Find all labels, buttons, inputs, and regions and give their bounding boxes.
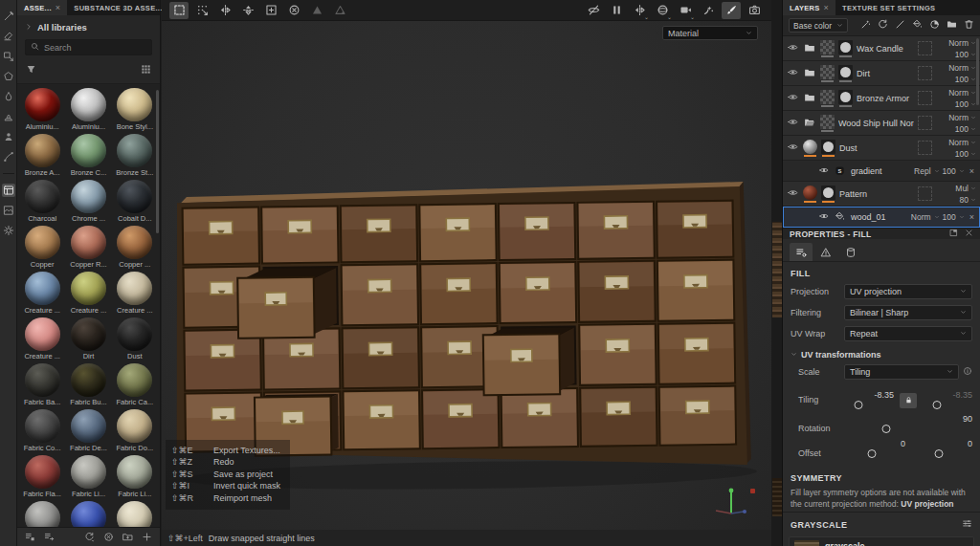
material-tile[interactable]: Fabric De... (65, 409, 111, 452)
refresh-assets-icon[interactable] (84, 532, 95, 542)
material-slot[interactable] (918, 141, 932, 155)
offset-v-value[interactable]: 0 (968, 439, 972, 448)
assets-scrollbar[interactable] (156, 90, 159, 233)
lazy-mouse-icon[interactable] (192, 2, 212, 19)
tiling-u-value[interactable]: -8.35 (874, 390, 894, 400)
material-tile[interactable]: Cobalt D... (112, 180, 158, 223)
opacity-value[interactable]: 80 (960, 195, 969, 205)
visibility-eye-icon[interactable] (819, 165, 829, 177)
material-tile[interactable]: Bronze St... (112, 134, 158, 177)
layer-row[interactable]: Bronze ArmorNorm100 (783, 86, 980, 111)
symmetry-mode-icon[interactable]: ⌄ (630, 2, 649, 19)
material-slot[interactable] (918, 66, 932, 80)
hide-ui-icon[interactable] (584, 2, 603, 19)
blend-mode-value[interactable]: Norm (948, 138, 969, 147)
material-tile[interactable]: Bronze C... (65, 134, 111, 177)
close-icon[interactable]: × (56, 3, 61, 12)
blend-mode-value[interactable]: Mul (955, 184, 969, 193)
blend-mode-value[interactable]: Norm (948, 113, 969, 122)
tab-assets[interactable]: ASSE... × (17, 0, 67, 15)
viewport-display-mode-icon[interactable]: ⌄ (653, 2, 672, 19)
close-icon[interactable]: × (824, 3, 830, 12)
material-tile[interactable]: Charcoal (19, 180, 65, 223)
opacity-value[interactable]: 100 (955, 50, 969, 59)
remove-effect-icon[interactable]: × (969, 212, 974, 222)
material-tile[interactable]: Creature ... (112, 272, 158, 315)
uv-transformations-toggle[interactable]: UV transformations (791, 350, 972, 360)
add-smart-mask-icon[interactable] (929, 19, 940, 32)
assets-panel-toggle-icon[interactable] (2, 184, 15, 197)
mirror-horizontal-icon[interactable] (215, 2, 234, 19)
layer-content-thumbnail[interactable] (820, 40, 835, 55)
layer-content-thumbnail[interactable] (803, 186, 817, 200)
material-tile[interactable]: Fabric Co... (19, 409, 65, 452)
close-icon[interactable] (965, 229, 973, 239)
opacity-value[interactable]: 100 (955, 99, 969, 109)
layer-row[interactable]: Wax CandleNorm100 (783, 36, 980, 61)
material-tile[interactable]: Fabric Li... (65, 455, 111, 498)
symmetry-settings-icon[interactable] (169, 2, 189, 19)
uv-wrap-dropdown[interactable]: Repeat (844, 326, 972, 341)
tiling-lock-button[interactable] (900, 393, 917, 408)
layer-content-thumbnail[interactable] (820, 115, 835, 129)
smudge-tool-icon[interactable] (2, 90, 15, 103)
materials-scroll-area[interactable]: Aluminiu...Aluminiu...Bone Styl...Bronze… (17, 84, 160, 527)
layer-effect-row[interactable]: wood_01Norm100× (783, 207, 980, 228)
new-folder-icon[interactable] (122, 532, 133, 542)
material-tile[interactable]: Chrome ... (65, 180, 111, 223)
add-smart-material-icon[interactable] (878, 19, 888, 32)
offset-u-value[interactable]: 0 (901, 439, 905, 448)
blend-mode-value[interactable]: Norm (948, 88, 969, 98)
layer-mask-thumbnail[interactable] (838, 65, 853, 79)
viewport-3d[interactable]: ⌄⌄⌄ Material ⇧⌘EExport Textures...⇧⌘ZRed… (162, 0, 771, 546)
layer-mask-thumbnail[interactable] (838, 90, 853, 104)
layer-effect-row[interactable]: SgradientRepl100× (783, 161, 980, 182)
material-tile[interactable]: Aluminiu... (19, 88, 65, 131)
layer-row[interactable]: Wood Ship Hull NordicNorm100 (783, 111, 980, 136)
pause-engine-icon[interactable] (607, 2, 626, 19)
display-settings-toggle-icon[interactable] (2, 224, 15, 237)
visibility-eye-icon[interactable] (788, 42, 799, 55)
material-tile[interactable]: Fabric Do... (112, 409, 158, 452)
material-slot[interactable] (918, 186, 932, 201)
material-tile[interactable]: Fabric Li... (112, 455, 158, 498)
material-tile[interactable]: Fabric Ba... (19, 363, 65, 406)
visibility-eye-icon[interactable] (788, 117, 799, 129)
layer-mask-thumbnail[interactable] (821, 186, 835, 200)
shading-mode-dropdown[interactable]: Material (662, 26, 758, 40)
material-tile[interactable]: Bone Styl... (112, 88, 158, 131)
add-paint-layer-icon[interactable] (895, 19, 905, 32)
material-tile[interactable]: Dust (112, 317, 158, 360)
filtering-dropdown[interactable]: Bilinear | Sharp (844, 305, 972, 320)
eraser-tool-icon[interactable] (2, 30, 15, 43)
layer-row[interactable]: DustNorm100 (783, 136, 980, 161)
path-tool-icon[interactable] (2, 150, 15, 164)
material-tile[interactable]: Bronze A... (19, 134, 65, 177)
material-slot[interactable] (918, 41, 932, 55)
blend-mode-value[interactable]: Norm (948, 63, 969, 73)
grayscale-resource-item[interactable]: grayscale wood_01 × (789, 536, 974, 546)
blend-mode-value[interactable]: Repl (914, 166, 930, 176)
filter-icon[interactable] (26, 61, 36, 78)
add-fill-layer-icon[interactable] (912, 19, 923, 32)
paint-mode-icon[interactable] (722, 2, 741, 19)
popout-icon[interactable] (949, 229, 958, 239)
remove-effect-icon[interactable]: × (969, 166, 974, 176)
mirror-vertical-icon[interactable] (238, 2, 257, 19)
material-tile[interactable]: Fabric Str... (19, 501, 65, 527)
tab-warnings[interactable] (814, 243, 837, 261)
visibility-eye-icon[interactable] (788, 67, 799, 79)
visibility-eye-icon[interactable] (819, 211, 829, 223)
material-tile[interactable]: Fabric Bu... (65, 363, 111, 406)
delete-layer-icon[interactable] (964, 19, 974, 32)
layer-content-thumbnail[interactable] (803, 140, 817, 154)
layer-mask-thumbnail[interactable] (838, 40, 853, 55)
material-tile[interactable]: Copper ... (112, 226, 158, 269)
opacity-value[interactable]: 100 (955, 149, 969, 159)
camera-mode-icon[interactable]: ⌄ (676, 2, 695, 19)
screenshot-tool-icon[interactable] (745, 2, 764, 19)
visibility-eye-icon[interactable] (788, 187, 799, 200)
projection-dropdown[interactable]: UV projection (844, 284, 972, 299)
layer-content-thumbnail[interactable] (820, 90, 835, 104)
opacity-value[interactable]: 100 (943, 166, 956, 176)
